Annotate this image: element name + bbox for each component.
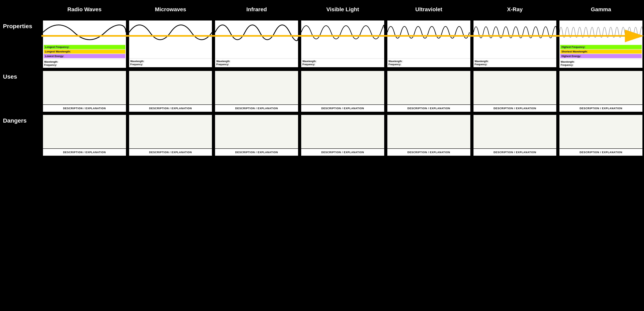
frequency-label-micro: Frequency: [130, 63, 211, 66]
wave-visual-gamma [560, 20, 642, 44]
wave-visual-xray [474, 20, 556, 44]
dangers-infrared: DESCRIPTION / EXPLANATION [214, 113, 300, 157]
dangers-image-gamma [560, 115, 642, 148]
header-xray: X-Ray [472, 0, 558, 19]
properties-microwaves: Wavelength: Frequency: [128, 19, 214, 69]
uses-image-radio [43, 71, 126, 104]
uses-micro: DESCRIPTION / EXPLANATION [128, 69, 214, 113]
uses-desc-infrared: DESCRIPTION / EXPLANATION [215, 104, 298, 112]
badge-shortest-wave: Shortest Wavelength: [560, 50, 642, 54]
uses-desc-uv: DESCRIPTION / EXPLANATION [387, 104, 470, 112]
header-microwaves: Microwaves [128, 0, 214, 19]
uses-visible: DESCRIPTION / EXPLANATION [300, 69, 386, 113]
uses-xray: DESCRIPTION / EXPLANATION [472, 69, 558, 113]
wavelength-label-gamma: Wavelength: [560, 60, 641, 63]
header-ultraviolet: Ultraviolet [386, 0, 472, 19]
uses-desc-radio: DESCRIPTION / EXPLANATION [43, 104, 126, 112]
properties-radio-waves: Longest Frequency: Longest Wavelength: L… [42, 19, 128, 69]
wavelength-label-uv: Wavelength: [388, 60, 469, 63]
badge-longest-wave: Longest Wavelength: [44, 50, 125, 54]
dangers-micro: DESCRIPTION / EXPLANATION [128, 113, 214, 157]
dangers-uv: DESCRIPTION / EXPLANATION [386, 113, 472, 157]
dangers-desc-visible: DESCRIPTION / EXPLANATION [301, 148, 384, 156]
wave-visual-visible [301, 20, 384, 44]
wave-visual-radio [43, 20, 126, 44]
dangers-desc-micro: DESCRIPTION / EXPLANATION [129, 148, 212, 156]
properties-uv: Wavelength: Frequency: [386, 19, 472, 69]
header-radio-waves: Radio Waves [42, 0, 128, 19]
wavelength-label-radio: Wavelength: [44, 60, 125, 63]
dangers-image-radio [43, 115, 126, 148]
uses-gamma: DESCRIPTION / EXPLANATION [558, 69, 644, 113]
wave-visual-infrared [215, 20, 298, 44]
dangers-desc-uv: DESCRIPTION / EXPLANATION [387, 148, 470, 156]
header-row: Radio Waves Microwaves Infrared Visible … [0, 0, 644, 19]
uses-row: Uses DESCRIPTION / EXPLANATION DESCRIPTI… [0, 69, 644, 113]
dangers-desc-radio: DESCRIPTION / EXPLANATION [43, 148, 126, 156]
dangers-visible: DESCRIPTION / EXPLANATION [300, 113, 386, 157]
uses-desc-micro: DESCRIPTION / EXPLANATION [129, 104, 212, 112]
badge-longest-freq: Longest Frequency: [44, 45, 125, 49]
uses-image-uv [387, 71, 470, 104]
wavelength-label-ir: Wavelength: [216, 60, 297, 63]
properties-gamma: Highest Frequency: Shortest Wavelength: … [558, 19, 644, 69]
dangers-gamma: DESCRIPTION / EXPLANATION [558, 113, 644, 157]
uses-image-gamma [560, 71, 642, 104]
header-visible-light: Visible Light [300, 0, 386, 19]
dangers-radio: DESCRIPTION / EXPLANATION [42, 113, 128, 157]
properties-infrared: Wavelength: Frequency: [214, 19, 300, 69]
dangers-image-uv [387, 115, 470, 148]
uses-image-infrared [215, 71, 298, 104]
frequency-label-ir: Frequency: [216, 63, 297, 66]
frequency-label-gamma: Frequency: [560, 64, 641, 66]
frequency-label-radio: Frequency: [44, 64, 125, 66]
dangers-image-infrared [215, 115, 298, 148]
properties-visible: Wavelength: Frequency: [300, 19, 386, 69]
uses-image-xray [474, 71, 556, 104]
dangers-image-xray [474, 115, 556, 148]
uses-image-visible [301, 71, 384, 104]
wavelength-label-vis: Wavelength: [302, 60, 383, 63]
uses-image-micro [129, 71, 212, 104]
wavelength-label-micro: Wavelength: [130, 60, 211, 63]
dangers-image-micro [129, 115, 212, 148]
dangers-desc-xray: DESCRIPTION / EXPLANATION [474, 148, 556, 156]
dangers-label: Dangers [0, 113, 42, 157]
uses-desc-gamma: DESCRIPTION / EXPLANATION [560, 104, 642, 112]
header-gamma: Gamma [558, 0, 644, 19]
dangers-xray: DESCRIPTION / EXPLANATION [472, 113, 558, 157]
frequency-label-xray: Frequency: [475, 63, 555, 66]
dangers-desc-infrared: DESCRIPTION / EXPLANATION [215, 148, 298, 156]
dangers-desc-gamma: DESCRIPTION / EXPLANATION [560, 148, 642, 156]
uses-desc-visible: DESCRIPTION / EXPLANATION [301, 104, 384, 112]
frequency-label-uv: Frequency: [388, 63, 469, 66]
dangers-row: Dangers DESCRIPTION / EXPLANATION DESCRI… [0, 113, 644, 157]
dangers-image-visible [301, 115, 384, 148]
properties-xray: Wavelength: Frequency: [472, 19, 558, 69]
frequency-label-vis: Frequency: [302, 63, 383, 66]
badge-highest-energy: Highest Energy: [560, 54, 642, 58]
header-empty [0, 0, 42, 19]
uses-infrared: DESCRIPTION / EXPLANATION [214, 69, 300, 113]
wave-visual-micro [129, 20, 212, 44]
properties-label: Properties [0, 19, 42, 69]
header-infrared: Infrared [214, 0, 300, 19]
properties-row: Properties Longest Frequency: Longest Wa… [0, 19, 644, 69]
badge-lowest-energy: Lowest Energy: [44, 54, 125, 58]
badge-highest-freq: Highest Frequency: [560, 45, 642, 49]
uses-desc-xray: DESCRIPTION / EXPLANATION [474, 104, 556, 112]
uses-radio: DESCRIPTION / EXPLANATION [42, 69, 128, 113]
uses-label: Uses [0, 69, 42, 113]
wave-visual-uv [387, 20, 470, 44]
wavelength-label-xray: Wavelength: [475, 60, 555, 63]
uses-uv: DESCRIPTION / EXPLANATION [386, 69, 472, 113]
